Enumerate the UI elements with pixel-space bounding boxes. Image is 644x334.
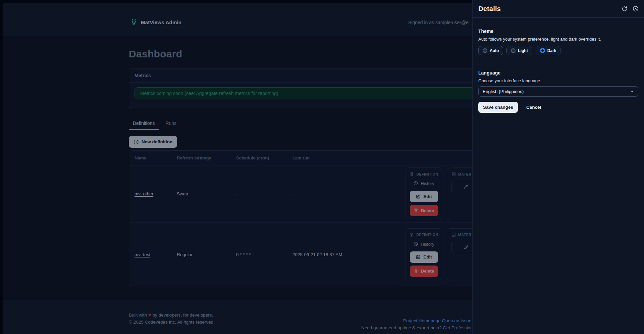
cancel-button[interactable]: Cancel xyxy=(526,105,541,110)
language-heading: Language xyxy=(478,70,638,76)
radio-icon xyxy=(511,48,516,53)
theme-options: Auto Light Dark xyxy=(478,46,638,55)
chevron-down-icon xyxy=(630,89,634,94)
theme-option-dark[interactable]: Dark xyxy=(536,46,561,55)
close-icon xyxy=(633,6,639,12)
radio-selected-icon xyxy=(540,48,545,53)
theme-heading: Theme xyxy=(478,29,638,34)
theme-option-light[interactable]: Light xyxy=(506,46,532,55)
radio-icon xyxy=(483,48,487,53)
language-select-value: English (Philippines) xyxy=(483,89,630,94)
details-panel-header: Details xyxy=(473,0,644,18)
language-description: Choose your interface language. xyxy=(478,78,638,83)
theme-option-auto[interactable]: Auto xyxy=(478,46,503,55)
save-changes-button[interactable]: Save changes xyxy=(478,102,518,113)
close-button[interactable] xyxy=(633,6,639,12)
refresh-button[interactable] xyxy=(622,6,628,12)
details-panel: Details Theme Auto follows your system p… xyxy=(472,0,644,334)
language-select[interactable]: English (Philippines) xyxy=(478,86,638,97)
refresh-icon xyxy=(622,6,628,12)
theme-description: Auto follows your system preference, lig… xyxy=(478,37,638,42)
panel-title: Details xyxy=(478,5,616,13)
